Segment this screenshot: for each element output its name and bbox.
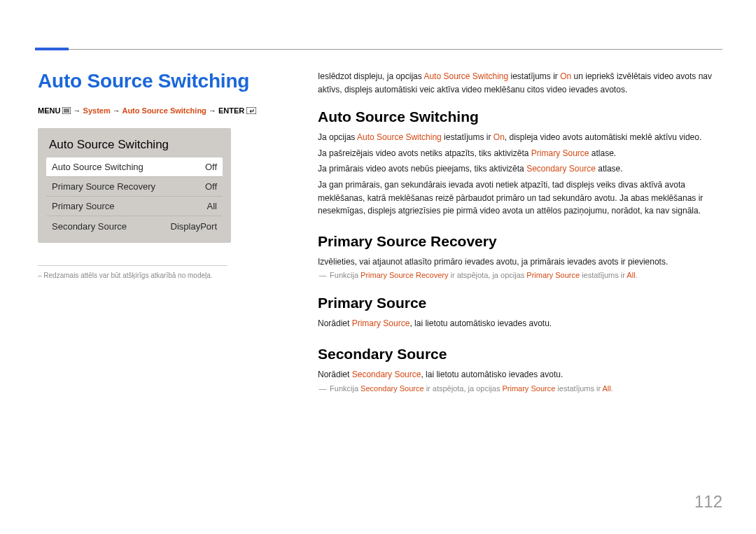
lcd-row-value: Off	[205, 162, 217, 172]
heading-auto-source-switching: Auto Source Switching	[318, 108, 720, 125]
text: , displeja video avots automātiski meklē…	[505, 132, 701, 142]
text-accent: On	[560, 71, 571, 81]
auto-p3: Ja primārais video avots nebūs pieejams,…	[318, 162, 720, 176]
page-title: Auto Source Switching	[38, 70, 262, 92]
auto-p2: Ja pašreizējais video avots netiks atpaz…	[318, 147, 720, 160]
text: iestatījums ir	[555, 384, 602, 393]
lcd-row-value: All	[207, 201, 217, 211]
heading-secondary-source: Secondary Source	[318, 346, 720, 363]
text-accent: Primary Source Recovery	[360, 271, 448, 279]
text: Ja opcijas	[318, 132, 357, 142]
text-accent: Auto Source Switching	[357, 132, 442, 142]
lcd-row-primary-source[interactable]: Primary Source All	[46, 197, 223, 216]
page-number: 112	[694, 492, 722, 512]
arrow-2: →	[113, 106, 120, 115]
note-dash: ―	[318, 384, 328, 393]
text-accent: Auto Source Switching	[424, 71, 508, 81]
text-accent: Primary Source	[526, 271, 580, 279]
enter-icon	[246, 107, 256, 115]
ps-p1: Norādiet Primary Source, lai lietotu aut…	[318, 317, 720, 330]
text: ir atspējota, ja opcijas	[448, 271, 526, 279]
right-column: Ieslēdzot displeju, ja opcijas Auto Sour…	[318, 70, 720, 393]
intro-paragraph: Ieslēdzot displeju, ja opcijas Auto Sour…	[318, 70, 720, 96]
left-footnote: – Redzamais attēls var būt atšķirīgs atk…	[38, 272, 262, 279]
lcd-row-label: Secondary Source	[52, 221, 127, 232]
text: ir atspējota, ja opcijas	[424, 384, 503, 393]
text-accent: Primary Source	[531, 148, 589, 158]
ss-p1: Norādiet Secondary Source, lai lietotu a…	[318, 368, 720, 381]
lcd-row-label: Primary Source	[52, 201, 115, 211]
lcd-row-auto-source-switching[interactable]: Auto Source Switching Off	[46, 157, 223, 177]
lcd-panel: Auto Source Switching Auto Source Switch…	[38, 128, 231, 243]
lcd-row-value: Off	[205, 181, 217, 192]
text-accent: All	[603, 384, 611, 393]
text: Ja primārais video avots nebūs pieejams,…	[318, 164, 526, 174]
text-accent: Secondary Source	[352, 370, 421, 379]
lcd-row-value: DisplayPort	[171, 221, 217, 232]
horizontal-rule	[35, 49, 722, 50]
text: iestatījums ir	[442, 132, 493, 142]
lcd-row-label: Auto Source Switching	[52, 162, 144, 172]
text: iestatījums ir	[580, 271, 626, 279]
text: , lai lietotu automātisko ievades avotu.	[410, 318, 552, 328]
text: , lai lietotu automātisko ievades avotu.	[421, 370, 563, 379]
heading-primary-source-recovery: Primary Source Recovery	[318, 233, 720, 250]
text: Ja pašreizējais video avots netiks atpaz…	[318, 148, 531, 158]
ss-note: ― Funkcija Secondary Source ir atspējota…	[318, 384, 720, 393]
psr-p1: Izvēlieties, vai atjaunot atlasīto primā…	[318, 255, 720, 269]
lcd-row-primary-source-recovery[interactable]: Primary Source Recovery Off	[46, 177, 223, 197]
text: Ieslēdzot displeju, ja opcijas	[318, 71, 424, 81]
text-accent: All	[626, 271, 635, 279]
breadcrumb: MENU → System → Auto Source Switching → …	[38, 106, 262, 115]
breadcrumb-enter: ENTER	[218, 106, 244, 115]
psr-note: ― Funkcija Primary Source Recovery ir at…	[318, 271, 720, 279]
text-accent: On	[493, 132, 505, 142]
breadcrumb-menu: MENU	[38, 106, 60, 115]
lcd-row-label: Primary Source Recovery	[52, 181, 155, 192]
text: atlase.	[596, 164, 623, 174]
auto-p1: Ja opcijas Auto Source Switching iestatī…	[318, 131, 720, 144]
breadcrumb-system: System	[83, 106, 111, 115]
heading-primary-source: Primary Source	[318, 295, 720, 311]
text: Funkcija	[330, 271, 360, 279]
svg-rect-4	[246, 107, 256, 114]
text: .	[636, 271, 638, 279]
text: atlase.	[589, 148, 617, 158]
text: Norādiet	[318, 370, 352, 379]
thin-rule	[38, 265, 227, 266]
text-accent: Primary Source	[352, 318, 410, 328]
text: .	[611, 384, 613, 393]
breadcrumb-auto: Auto Source Switching	[122, 106, 206, 115]
text-accent: Primary Source	[502, 384, 555, 393]
text-accent: Secondary Source	[360, 384, 424, 393]
arrow-1: →	[74, 106, 81, 115]
note-dash: ―	[318, 271, 328, 279]
menu-icon	[62, 107, 71, 115]
rule-accent	[35, 48, 69, 50]
lcd-row-secondary-source[interactable]: Secondary Source DisplayPort	[46, 216, 223, 236]
left-column: Auto Source Switching MENU → System → Au…	[38, 70, 262, 279]
auto-p4: Ja gan primārais, gan sekundārais ievada…	[318, 178, 720, 218]
text: Funkcija	[330, 384, 360, 393]
text: Norādiet	[318, 318, 352, 328]
lcd-panel-title: Auto Source Switching	[46, 138, 223, 152]
text-accent: Secondary Source	[526, 164, 596, 174]
arrow-3: →	[209, 106, 216, 115]
text: iestatījums ir	[508, 71, 560, 81]
